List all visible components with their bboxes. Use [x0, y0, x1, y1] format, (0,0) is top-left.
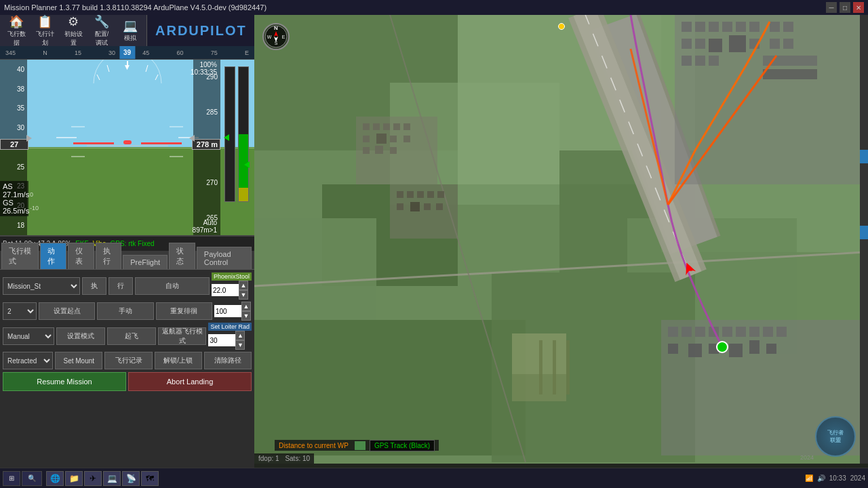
svg-rect-61	[393, 123, 400, 130]
alt3-down-btn[interactable]: ▼	[235, 340, 245, 350]
abort-landing-btn[interactable]: Abort Landing	[128, 372, 252, 391]
svg-rect-72	[407, 191, 414, 198]
altitude-input-2[interactable]	[214, 305, 241, 317]
zidong-btn[interactable]: 自动	[135, 277, 210, 295]
tab-zhuangtai[interactable]: 状态	[169, 243, 195, 269]
svg-rect-26	[749, 22, 760, 32]
warning-area: Distance to current WP GPS Track (Black)	[275, 440, 439, 451]
altitude-input-group: PhoenixStool ▲ ▼	[212, 272, 252, 300]
maximize-button[interactable]: □	[840, 2, 850, 13]
feixing-jilu-btn[interactable]: 飞行记录	[104, 352, 152, 369]
svg-rect-51	[668, 344, 678, 354]
minimize-button[interactable]: ─	[826, 2, 837, 13]
svg-rect-46	[722, 327, 732, 337]
tab-feixing-moshi[interactable]: 飞行模式	[1, 243, 39, 269]
heading-tape: 345 N 15 30 45 60 75 E 39 ▼	[0, 46, 254, 60]
home-icon: 🏠	[9, 14, 24, 29]
map-scrollbar[interactable]	[860, 15, 868, 464]
svg-line-3	[97, 75, 100, 80]
pitch-label-neg10: -10	[30, 205, 39, 211]
svg-rect-32	[770, 22, 780, 32]
tab-dongzuo[interactable]: 动作	[40, 243, 66, 269]
alt2-up-btn[interactable]: ▲	[241, 302, 251, 311]
scrollbar-thumb[interactable]	[860, 150, 868, 163]
num-select[interactable]: 2	[3, 302, 37, 320]
jiance-btn[interactable]: 返航器飞行模式	[158, 327, 207, 345]
taskbar-app4-btn[interactable]: 🗺	[141, 471, 159, 486]
svg-line-1	[107, 65, 109, 72]
auto-sub: 897m>1	[193, 226, 217, 234]
svg-rect-68	[375, 146, 383, 154]
svg-rect-37	[695, 56, 705, 66]
shoudong-btn[interactable]: 手动	[97, 302, 153, 320]
alt1-up-btn[interactable]: ▲	[239, 281, 248, 290]
svg-rect-59	[373, 123, 380, 130]
ctrl-row-2: 2 设置起点 手动 重复徘徊 ▲ ▼	[3, 302, 252, 321]
retract-select[interactable]: Retracted	[3, 352, 53, 369]
mission-select[interactable]: Mission_St	[3, 277, 80, 295]
hang-btn[interactable]: 行	[108, 277, 133, 295]
tab-payload[interactable]: Payload Control	[197, 247, 252, 269]
svg-rect-47	[736, 327, 746, 337]
jiechu-btn[interactable]: 解锁/上锁	[155, 352, 202, 369]
alt1-down-btn[interactable]: ▼	[239, 290, 248, 300]
qingchu-lujing-btn[interactable]: 清除路径	[204, 352, 252, 369]
taskbar-app3-btn[interactable]: 📡	[122, 471, 140, 486]
toolbar-plan-btn[interactable]: 📋 飞行计划	[31, 12, 58, 49]
tab-preflight[interactable]: PreFlight	[123, 255, 167, 269]
close-button[interactable]: ✕	[853, 2, 864, 13]
alt3-up-btn[interactable]: ▲	[235, 331, 245, 340]
toolbar-config-btn[interactable]: 🔧 配置/调试	[88, 12, 115, 49]
alt2-down-btn[interactable]: ▼	[241, 311, 251, 321]
svg-rect-28	[695, 39, 705, 49]
config-icon: 🔧	[94, 14, 109, 29]
svg-rect-92	[566, 340, 570, 394]
set-label-2: Set Loiter Rad	[208, 323, 252, 331]
shezhi-qidian-btn[interactable]: 设置起点	[39, 302, 95, 320]
taskbar-term-btn[interactable]: 💻	[103, 471, 121, 486]
toolbar-flight-btn[interactable]: 🏠 飞行数据	[3, 12, 30, 49]
chongfu-paihui-btn[interactable]: 重复徘徊	[156, 302, 212, 320]
throttle-bar	[238, 66, 249, 202]
svg-rect-50	[776, 327, 787, 337]
tab-yibiao[interactable]: 仪表	[68, 243, 94, 269]
svg-rect-36	[682, 56, 692, 66]
altitude-input-3[interactable]	[208, 334, 235, 346]
hud-battery-percent: 100%	[191, 61, 217, 68]
gps-track-label: GPS Track (Black)	[370, 440, 435, 451]
taskbar-file-btn[interactable]: 📁	[65, 471, 83, 486]
svg-rect-48	[749, 327, 760, 337]
taskbar-ie-btn[interactable]: 🌐	[46, 471, 64, 486]
tray-date: 2024	[850, 474, 865, 482]
speed-current: 27	[0, 139, 28, 150]
resume-mission-btn[interactable]: Resume Mission	[3, 372, 126, 391]
start-btn[interactable]: ⊞	[3, 471, 20, 486]
taskbar-mp-btn[interactable]: ✈	[84, 471, 102, 486]
svg-rect-73	[417, 191, 424, 198]
roll-arc	[87, 60, 168, 87]
svg-rect-66	[403, 136, 410, 142]
pitch-line-left	[56, 137, 77, 138]
toolbar-sim-btn[interactable]: 💻 模拟	[117, 16, 144, 45]
tab-zhixing[interactable]: 执行	[96, 243, 122, 269]
mode-select[interactable]: Manual	[3, 327, 54, 345]
sim-icon: 💻	[123, 18, 138, 33]
altitude-input-group-3: Set Loiter Rad ▲ ▼	[208, 323, 252, 350]
top-toolbar: 🏠 飞行数据 📋 飞行计划 ⚙ 初始设置 🔧 配置/调试 💻 模拟	[0, 15, 254, 46]
init-icon: ⚙	[68, 14, 79, 29]
svg-rect-76	[397, 203, 403, 210]
titlebar-controls[interactable]: ─ □ ✕	[826, 2, 864, 13]
shezhi-moshi-btn[interactable]: 设置模式	[56, 327, 105, 345]
tray-sound: 🔊	[817, 474, 825, 482]
svg-rect-64	[376, 134, 387, 144]
zhi-btn[interactable]: 执	[82, 277, 106, 295]
svg-rect-75	[437, 191, 444, 198]
taskbar-search[interactable]: 🔍	[22, 471, 42, 486]
map-status: fdop: 1 Sats: 10	[254, 453, 314, 464]
map-container[interactable]: N S W E fdop: 1 Sats: 10	[254, 15, 868, 488]
qifei-btn[interactable]: 起飞	[107, 327, 156, 345]
set-mount-btn[interactable]: Set Mount	[55, 352, 102, 369]
altitude-input-1[interactable]	[212, 284, 239, 296]
svg-rect-43	[682, 327, 692, 337]
toolbar-init-btn[interactable]: ⚙ 初始设置	[60, 12, 87, 49]
